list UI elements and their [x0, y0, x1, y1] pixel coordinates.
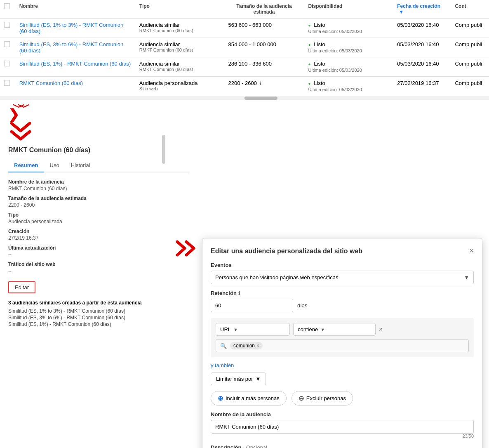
tab-historial[interactable]: Historial: [65, 159, 96, 172]
tab-uso[interactable]: Uso: [44, 159, 65, 172]
table-row: Similitud (ES, 1% to 3%) - RMKT Comunion…: [0, 19, 489, 38]
edit-modal: Editar una audiencia personalizada del s…: [202, 238, 482, 448]
tipo-header-label: Tipo: [139, 3, 150, 9]
incluir-plus-icon: ⊕: [218, 394, 223, 402]
modal-close-button[interactable]: ×: [469, 247, 474, 255]
row-name-3[interactable]: Similitud (ES, 1%) - RMKT Comunion (60 d…: [19, 61, 131, 67]
similar-item-3: Similitud (ES, 1%) - RMKT Comunion (60 d…: [8, 321, 190, 327]
fecha-header-label: Fecha de creación: [397, 3, 440, 9]
edit-button[interactable]: Editar: [8, 281, 35, 293]
ultima-actualizacion-field: Última actualización --: [8, 245, 190, 257]
check-all-header[interactable]: [0, 0, 15, 19]
descripcion-optional-label: · Opcional: [243, 444, 267, 448]
search-icon: 🔍: [220, 343, 227, 349]
row-name-4[interactable]: RMKT Comunion (60 días): [19, 80, 83, 86]
limitar-section: Limitar más por ▼: [211, 373, 474, 385]
descripcion-form-label: Descripción · Opcional: [211, 444, 474, 448]
tag-chip: comunion ×: [230, 342, 263, 349]
retencion-info-icon[interactable]: ℹ: [238, 290, 240, 296]
contiene-label: contiene: [298, 326, 318, 332]
limitar-button[interactable]: Limitar más por ▼: [211, 373, 266, 385]
row-estado-3: Listo: [314, 61, 325, 67]
row-edicion-1: Última edición: 05/03/2020: [308, 29, 362, 34]
nombre-field: Nombre de la audiencia RMKT Comunion (60…: [8, 179, 190, 191]
retencion-input[interactable]: [211, 299, 293, 312]
row-checkbox-2[interactable]: [4, 41, 10, 47]
y-tambien-link[interactable]: y también: [211, 362, 234, 368]
nombre-audiencia-form-label: Nombre de la audiencia: [211, 411, 474, 417]
vertical-scrollbar[interactable]: [162, 135, 165, 164]
creacion-field: Creación 27/2/19 16:37: [8, 229, 190, 241]
row-checkbox-3[interactable]: [4, 61, 10, 66]
scrollbar-thumb-vertical[interactable]: [162, 135, 165, 164]
row-name-1[interactable]: Similitud (ES, 1% to 3%) - RMKT Comunion…: [19, 22, 124, 34]
row-name-2[interactable]: Similitud (ES, 3% to 6%) - RMKT Comunion…: [19, 41, 124, 54]
fecha-header[interactable]: Fecha de creación ▼: [393, 0, 451, 19]
double-right-arrow-icon: [176, 240, 198, 258]
row-tamano-2: 854 000 - 1 000 000: [224, 38, 304, 57]
creacion-label: Creación: [8, 229, 190, 234]
eventos-dropdown-arrow: ▼: [464, 274, 469, 281]
status-dot-3: ●: [308, 62, 311, 66]
retencion-row: días: [211, 299, 474, 312]
tipo-header: Tipo: [135, 0, 224, 19]
row-edicion-3: Última edición: 05/03/2020: [308, 68, 362, 73]
row-tipo-sub-4: Sitio web: [139, 86, 220, 91]
row-cont-1: Comp publi: [451, 19, 489, 38]
info-icon-tamano[interactable]: ℹ: [260, 81, 261, 86]
nombre-header: Nombre: [15, 0, 135, 19]
row-tamano-1: 563 600 - 663 000: [224, 19, 304, 38]
row-checkbox-4[interactable]: [4, 80, 10, 86]
eventos-dropdown[interactable]: Personas que han visitado páginas web es…: [211, 271, 474, 284]
filter-url-row: URL ▼ contiene ▼ ×: [216, 323, 469, 336]
tipo-field: Tipo Audiencia personalizada: [8, 212, 190, 224]
tab-resumen[interactable]: Resumen: [8, 159, 44, 172]
scrollbar-thumb[interactable]: [244, 97, 277, 100]
incluir-button[interactable]: ⊕ Incluir a más personas: [211, 391, 287, 406]
similar-item-1: Similitud (ES, 1% to 3%) - RMKT Comunion…: [8, 308, 190, 314]
tag-remove-button[interactable]: ×: [256, 343, 259, 349]
url-arrow-icon: ▼: [233, 327, 238, 332]
select-all-checkbox[interactable]: [4, 3, 10, 9]
filter-container: URL ▼ contiene ▼ × 🔍 comunion ×: [211, 318, 474, 357]
row-tamano-4: 2200 - 2600 ℹ: [224, 77, 304, 96]
trafico-label: Tráfico del sitio web: [8, 262, 190, 267]
descripcion-section: Descripción · Opcional 0/100: [211, 444, 474, 448]
table-row: Similitud (ES, 3% to 6%) - RMKT Comunion…: [0, 38, 489, 57]
row-cont-2: Comp publi: [451, 38, 489, 57]
horizontal-scrollbar[interactable]: [0, 96, 489, 100]
nombre-value: RMKT Comunion (60 días): [8, 186, 190, 191]
tamano-header: Tamaño de la audiencia estimada: [224, 0, 304, 19]
row-tamano-3: 286 100 - 336 600: [224, 57, 304, 77]
ultima-actualizacion-value: --: [8, 252, 190, 257]
row-estado-4: Listo: [314, 80, 325, 86]
row-checkbox-1[interactable]: [4, 22, 10, 28]
row-tipo-4: Audiencia personalizada: [139, 80, 220, 86]
contiene-dropdown[interactable]: contiene ▼: [293, 323, 376, 336]
row-tipo-3: Audiencia similar: [139, 61, 220, 67]
nombre-label: Nombre de la audiencia: [8, 179, 190, 185]
row-estado-1: Listo: [314, 22, 325, 28]
incluir-label: Incluir a más personas: [226, 395, 280, 401]
row-tipo-sub-3: RMKT Comunion (60 días): [139, 67, 220, 72]
audience-table: Nombre Tipo Tamaño de la audiencia estim…: [0, 0, 489, 96]
cont-header: Cont: [451, 0, 489, 19]
excluir-button[interactable]: ⊖ Excluir personas: [292, 391, 353, 406]
row-cont-3: Comp publi: [451, 57, 489, 77]
eventos-value: Personas que han visitado páginas web es…: [215, 274, 338, 281]
nombre-audiencia-section: Nombre de la audiencia 23/50: [211, 411, 474, 439]
limitar-arrow-icon: ▼: [256, 376, 261, 382]
disponibilidad-header: Disponibilidad: [304, 0, 393, 19]
similar-title: 3 audiencias similares creadas a partir …: [8, 300, 190, 306]
dias-label: días: [297, 302, 308, 309]
nombre-char-count: 23/50: [211, 434, 474, 439]
filter-close-button[interactable]: ×: [379, 326, 383, 333]
tamano-header-label: Tamaño de la audiencia estimada: [236, 3, 292, 15]
creacion-value: 27/2/19 16:37: [8, 235, 190, 241]
nombre-audiencia-input[interactable]: [211, 420, 474, 434]
retencion-label: Retención ℹ: [211, 290, 474, 296]
url-dropdown[interactable]: URL ▼: [216, 323, 290, 336]
status-dot-2: ●: [308, 42, 311, 47]
tamano-label: Tamaño de la audiencia estimada: [8, 196, 190, 201]
row-fecha-2: 05/03/2020 16:40: [393, 38, 451, 57]
